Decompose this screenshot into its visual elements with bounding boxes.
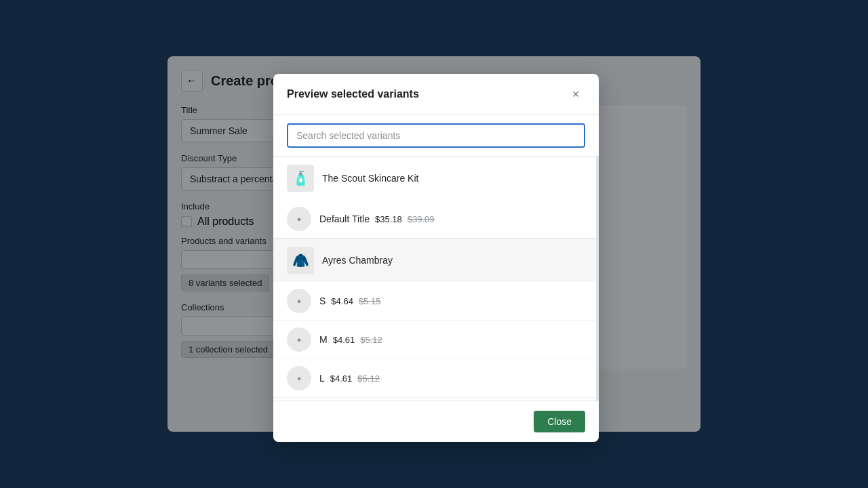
skincare-icon: 🧴	[292, 170, 309, 186]
modal-variant-list: 🧴 The Scout Skincare Kit ● Default Title…	[273, 157, 599, 401]
modal-close-x-button[interactable]: ×	[566, 85, 585, 104]
variant-info-m: M $4.61 $5.12	[319, 334, 583, 345]
variant-icon-m: ●	[297, 336, 302, 344]
variant-row-s: ● S $4.64 $5.15	[273, 282, 596, 321]
variant-price-m: $4.61	[333, 335, 355, 345]
variant-original-price-default-title: $39.09	[408, 214, 435, 224]
variant-avatar-s: ●	[287, 289, 311, 313]
variant-avatar-m: ●	[287, 327, 311, 352]
variant-label-m: M	[319, 334, 328, 345]
variant-label-default-title: Default Title	[319, 214, 370, 224]
variant-icon-l: ●	[297, 374, 302, 382]
modal-search-section	[273, 115, 599, 157]
variant-info-s: S $4.64 $5.15	[319, 296, 583, 306]
product-avatar-scout: 🧴	[287, 165, 314, 192]
product-group-ayres: 🧥 Ayres Chambray ● S $4.64 $5.15 ●	[273, 239, 596, 401]
variant-price-s: $4.64	[331, 296, 353, 306]
variant-icon-default: ●	[297, 215, 302, 223]
product-name-scout: The Scout Skincare Kit	[322, 173, 418, 184]
modal-footer: Close	[273, 401, 599, 442]
search-input[interactable]	[287, 123, 585, 148]
variant-price-default-title: $35.18	[375, 214, 402, 224]
close-button[interactable]: Close	[534, 411, 585, 432]
variant-avatar-default-title: ●	[287, 207, 311, 231]
variant-price-l: $4.61	[330, 373, 353, 384]
variant-info-default-title: Default Title $35.18 $39.09	[319, 214, 583, 224]
variant-original-price-s: $5.15	[359, 296, 381, 306]
variant-icon-s: ●	[297, 297, 302, 305]
jacket-icon: 🧥	[292, 252, 309, 268]
variant-info-l: L $4.61 $5.12	[319, 373, 583, 384]
variant-original-price-m: $5.12	[360, 335, 382, 345]
product-avatar-ayres: 🧥	[287, 247, 314, 274]
variant-label-l: L	[319, 373, 325, 384]
variant-avatar-l: ●	[287, 366, 311, 390]
variant-label-s: S	[319, 296, 326, 306]
variant-row-l: ● L $4.61 $5.12	[273, 359, 596, 398]
product-group-scout: 🧴 The Scout Skincare Kit ● Default Title…	[273, 157, 596, 239]
product-header-scout: 🧴 The Scout Skincare Kit	[273, 157, 596, 200]
product-header-ayres: 🧥 Ayres Chambray	[273, 239, 596, 282]
variant-row-default-title: ● Default Title $35.18 $39.09	[273, 200, 596, 238]
preview-variants-modal: Preview selected variants × 🧴 The Scout …	[273, 74, 599, 442]
modal-header: Preview selected variants ×	[273, 74, 599, 115]
variant-original-price-l: $5.12	[357, 373, 380, 384]
close-x-icon: ×	[572, 87, 580, 102]
product-name-ayres: Ayres Chambray	[322, 255, 393, 266]
modal-title: Preview selected variants	[287, 88, 419, 100]
variant-row-m: ● M $4.61 $5.12	[273, 321, 596, 359]
